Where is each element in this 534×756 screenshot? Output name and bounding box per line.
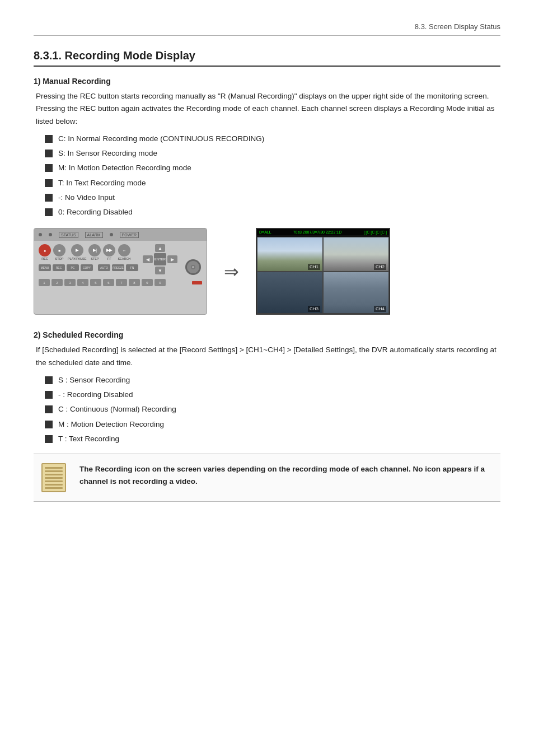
list-item-text: T : Text Recording	[58, 433, 119, 445]
section1-paragraph: Pressing the REC button starts recording…	[34, 90, 500, 128]
cam-label-ch1: CH1	[308, 264, 320, 270]
section1-label: 1) Manual Recording	[34, 77, 500, 86]
step-label: STEP	[91, 257, 99, 260]
menu-button[interactable]: MENU	[39, 264, 51, 271]
dvr-red-bar	[192, 281, 202, 284]
list-item: M : Motion Detection Recording	[45, 419, 500, 430]
note-book-lines	[43, 464, 65, 492]
num-btn-1[interactable]: 1	[39, 279, 50, 286]
ff-label: FF	[107, 257, 111, 260]
bullet-icon	[45, 150, 53, 157]
nav-right[interactable]: ▶	[167, 255, 177, 263]
list-item: M: In Motion Detection Recording mode	[45, 162, 500, 174]
stop-button[interactable]: ■	[53, 244, 65, 256]
play-label: PLAY/PAUSE	[68, 257, 86, 260]
list-item: - : Recording Disabled	[45, 389, 500, 400]
step-button[interactable]: ▶|	[88, 244, 101, 256]
cam-top-right: [ [C [C [C [C ]	[363, 230, 387, 234]
pc-button[interactable]: PC	[67, 264, 79, 271]
copy-button[interactable]: COPY	[81, 264, 93, 271]
list-item-text: S: In Sensor Recording mode	[58, 148, 157, 159]
nav-controls: ▲ ◀ ENTER ▶ ▼	[143, 244, 177, 274]
step-button-group: ▶| STEP	[88, 244, 101, 260]
bullet-icon	[45, 435, 53, 443]
num-btn-0[interactable]: 0	[154, 279, 166, 286]
dvr-label: ALARM	[85, 232, 103, 238]
list-item: T: In Text Recording mode	[45, 178, 500, 189]
bullet-icon	[45, 376, 53, 384]
rec2-button[interactable]: REC	[53, 264, 65, 271]
list-item-text: M : Motion Detection Recording	[58, 419, 164, 430]
section2-bullet-list: S : Sensor Recording - : Recording Disab…	[45, 375, 500, 445]
camera-cell-ch2: CH2	[323, 237, 389, 272]
num-btn-4[interactable]: 4	[77, 279, 88, 286]
secondary-buttons: MENU REC PC COPY AUTO FREEZE FN	[39, 264, 138, 271]
fn-button[interactable]: FN	[126, 264, 138, 271]
list-item-text: T: In Text Recording mode	[58, 178, 146, 189]
auto-button[interactable]: AUTO	[98, 264, 110, 271]
book-line	[45, 474, 63, 475]
num-btn-9[interactable]: 9	[142, 279, 153, 286]
search-button[interactable]: ↔	[118, 244, 130, 256]
note-box: The Recording icon on the screen varies …	[34, 454, 500, 502]
book-line	[45, 477, 63, 479]
page-title: 8.3.1. Recording Mode Display	[34, 49, 500, 67]
dvr-controls-right: ▲ ◀ ENTER ▶ ▼	[143, 244, 177, 274]
list-item-text: 0: Recording Disabled	[58, 207, 133, 218]
bullet-icon	[45, 208, 53, 216]
dvr-extra	[192, 279, 202, 286]
section2-label: 2) Scheduled Recording	[34, 330, 500, 339]
list-item: S: In Sensor Recording mode	[45, 148, 500, 159]
enter-button[interactable]: ENTER	[154, 253, 166, 265]
list-item-text: -: No Video Input	[58, 192, 115, 203]
nav-left[interactable]: ◀	[143, 255, 153, 263]
camera-cell-ch1: CH1	[257, 237, 323, 272]
num-btn-5[interactable]: 5	[90, 279, 101, 286]
ff-button[interactable]: ▶▶	[103, 244, 115, 256]
list-item-text: M: In Motion Detection Recording mode	[58, 162, 191, 174]
cam-label-ch4: CH4	[374, 306, 386, 312]
play-button-group: ▶ PLAY/PAUSE	[68, 244, 86, 260]
book-line	[45, 467, 63, 469]
bullet-icon	[45, 194, 53, 202]
camera-top-bar: D=ALL 70s3.2007/3=7/30 22:22:1D [ [C [C …	[257, 229, 389, 235]
num-btn-8[interactable]: 8	[129, 279, 140, 286]
num-btn-6[interactable]: 6	[103, 279, 114, 286]
rec-button[interactable]: ●	[39, 244, 51, 256]
nav-down[interactable]: ▼	[155, 267, 165, 274]
page-section-header: 8.3. Screen Display Status	[34, 22, 500, 36]
dvr-dot	[39, 233, 42, 236]
section-title: 8.3. Screen Display Status	[415, 22, 500, 31]
freeze-button[interactable]: FREEZE	[112, 264, 124, 271]
dvr-label: POWER	[120, 232, 139, 238]
list-item: 0: Recording Disabled	[45, 207, 500, 218]
list-item: C: In Normal Recording mode (CONTINUOUS …	[45, 133, 500, 144]
list-item: T : Text Recording	[45, 433, 500, 445]
num-btn-7[interactable]: 7	[116, 279, 127, 286]
search-button-group: ↔ SEARCH	[118, 244, 130, 260]
note-text: The Recording icon on the screen varies …	[79, 463, 493, 488]
book-line	[45, 480, 63, 482]
list-item: C : Continuous (Normal) Recording	[45, 404, 500, 415]
camera-cell-ch4: CH4	[323, 272, 389, 314]
bullet-icon	[45, 421, 53, 428]
section2-paragraph: If [Scheduled Recording] is selected at …	[34, 344, 500, 369]
bullet-icon	[45, 135, 53, 143]
dvr-controls-left: ● REC ■ STOP ▶ PLAY/PAUSE ▶|	[39, 244, 138, 274]
rec-button-group: ● REC	[39, 244, 51, 260]
note-book	[41, 463, 66, 492]
dvr-dot	[49, 233, 52, 236]
book-line	[45, 470, 63, 472]
play-button[interactable]: ▶	[71, 244, 83, 256]
dvr-number-buttons: 1 2 3 4 5 6 7 8 9 0	[34, 279, 207, 286]
num-btn-3[interactable]: 3	[64, 279, 76, 286]
search-label: SEARCH	[118, 257, 130, 260]
list-item-text: S : Sensor Recording	[58, 375, 130, 386]
bullet-icon	[45, 179, 53, 187]
cam-top-left: D=ALL	[259, 230, 271, 234]
num-btn-2[interactable]: 2	[51, 279, 63, 286]
nav-mid: ◀ ENTER ▶	[143, 253, 177, 265]
dvr-disk-icon	[185, 259, 201, 275]
bullet-icon	[45, 405, 53, 413]
nav-up[interactable]: ▲	[155, 244, 165, 252]
